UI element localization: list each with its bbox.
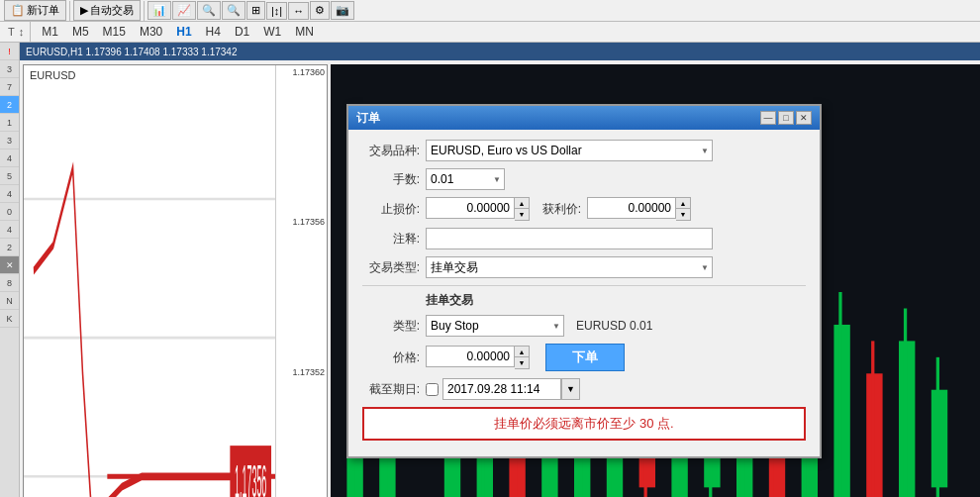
tf-mn[interactable]: MN	[290, 24, 319, 40]
new-order-button[interactable]: 📋 新订单	[4, 0, 66, 21]
sidebar-item-7[interactable]: 4	[0, 149, 19, 167]
expiry-label: 截至期日:	[362, 381, 420, 398]
sidebar-item-10[interactable]: 0	[0, 203, 19, 221]
main-content: ! 3 7 2 1 3 4 5 4 0 4 2 ✕ 8 N K EURUSD,H…	[0, 43, 980, 497]
error-message-box: 挂单价必须远离市价至少 30 点.	[362, 407, 806, 441]
left-sidebar: ! 3 7 2 1 3 4 5 4 0 4 2 ✕ 8 N K	[0, 43, 20, 497]
tf-w1[interactable]: W1	[258, 24, 286, 40]
expiry-dropdown-button[interactable]: ▼	[561, 378, 580, 400]
price-spin: ▲ ▼	[515, 346, 530, 369]
toolbar: 📋 新订单 ▶ 自动交易 📊 📈 🔍 🔍 ⊞ |↕| ↔ ⚙ 📷	[0, 0, 980, 22]
stoploss-wrap: ▲ ▼	[426, 197, 530, 221]
sl-tp-row: 止损价: ▲ ▼ 获利价: ▲	[362, 197, 806, 221]
dialog-restore-button[interactable]: □	[778, 111, 794, 125]
comment-label: 注释:	[362, 231, 420, 248]
scroll-button[interactable]: ↔	[288, 2, 309, 20]
takeprofit-up[interactable]: ▲	[676, 198, 690, 209]
takeprofit-wrap: ▲ ▼	[587, 197, 691, 221]
lots-row: 手数: 0.01	[362, 168, 806, 190]
sidebar-item-4[interactable]: 2	[0, 96, 19, 114]
comment-input[interactable]	[426, 228, 713, 249]
takeprofit-down[interactable]: ▼	[676, 209, 690, 220]
dialog-minimize-button[interactable]: —	[760, 111, 776, 125]
tf-m30[interactable]: M30	[135, 24, 167, 40]
order-type-row: 交易类型: 挂单交易	[362, 256, 806, 278]
tf-d1[interactable]: D1	[230, 24, 254, 40]
zoom-out-button[interactable]: 🔍	[222, 1, 245, 20]
mini-chart-svg: 1.17356 1.17335	[24, 65, 275, 497]
expiry-checkbox[interactable]	[426, 383, 439, 396]
sidebar-item-13[interactable]: ✕	[0, 256, 19, 274]
period-sep-button[interactable]: |↕|	[266, 2, 287, 20]
place-order-button[interactable]: 下单	[545, 344, 625, 371]
chart-scale: 1.17360 1.17356 1.17352 1.17349 1.17345 …	[275, 65, 327, 497]
sidebar-item-16[interactable]: K	[0, 310, 19, 328]
lots-select[interactable]: 0.01	[426, 168, 505, 190]
symbol-select-wrap: EURUSD, Euro vs US Dollar	[426, 140, 713, 161]
tf-m5[interactable]: M5	[67, 24, 94, 40]
type-label: 类型:	[362, 318, 420, 335]
type-tag: EURUSD 0.01	[576, 319, 652, 333]
sidebar-item-3[interactable]: 7	[0, 78, 19, 96]
tf-sep	[30, 22, 31, 42]
takeprofit-input[interactable]	[587, 197, 676, 219]
auto-trade-button[interactable]: ▶ 自动交易	[73, 0, 141, 21]
tf-h1[interactable]: H1	[171, 24, 196, 40]
dialog-titlebar: 订单 — □ ✕	[348, 106, 820, 130]
chart-type-button[interactable]: 📊	[147, 1, 171, 20]
sidebar-item-2[interactable]: 3	[0, 60, 19, 78]
type-select[interactable]: Buy Stop	[426, 315, 564, 337]
zoom-in-button[interactable]: 🔍	[197, 1, 221, 20]
order-type-select[interactable]: 挂单交易	[426, 256, 713, 278]
takeprofit-spin: ▲ ▼	[676, 197, 691, 221]
stoploss-input[interactable]	[426, 197, 515, 219]
svg-rect-0	[24, 65, 275, 497]
symbol-label: 交易品种:	[362, 143, 420, 159]
chart-title-bar: EURUSD,H1 1.17396 1.17408 1.17333 1.1734…	[20, 43, 980, 60]
tf-m1[interactable]: M1	[37, 24, 63, 40]
tf-h4[interactable]: H4	[201, 24, 226, 40]
sidebar-item-14[interactable]: 8	[0, 274, 19, 292]
svg-text:1.17356: 1.17356	[235, 455, 266, 497]
dialog-body: 交易品种: EURUSD, Euro vs US Dollar 手数: 0.	[348, 130, 820, 456]
chart-area: EURUSD,H1 1.17396 1.17408 1.17333 1.1734…	[20, 43, 980, 497]
new-order-icon: 📋	[11, 4, 25, 17]
takeprofit-label: 获利价:	[536, 201, 581, 218]
price-row: 价格: ▲ ▼ 下单	[362, 344, 806, 371]
mini-chart-panel: EURUSD	[23, 64, 328, 497]
toolbar-sep-2	[144, 1, 145, 21]
symbol-select[interactable]: EURUSD, Euro vs US Dollar	[426, 140, 713, 161]
expiry-datetime-input[interactable]	[442, 378, 561, 400]
dialog-close-button[interactable]: ✕	[796, 111, 812, 125]
sidebar-item-12[interactable]: 2	[0, 239, 19, 256]
section-header: 挂单交易	[426, 292, 806, 309]
stoploss-up[interactable]: ▲	[515, 198, 529, 209]
type-select-wrap: Buy Stop	[426, 315, 564, 337]
dialog-title: 订单	[356, 110, 380, 127]
sidebar-item-5[interactable]: 1	[0, 114, 19, 132]
indicator-button[interactable]: 📈	[172, 1, 196, 20]
lots-label: 手数:	[362, 171, 420, 188]
timeframe-bar: T ↕ M1 M5 M15 M30 H1 H4 D1 W1 MN	[0, 22, 980, 43]
price-down[interactable]: ▼	[515, 357, 529, 368]
tf-m15[interactable]: M15	[98, 24, 131, 40]
price-label: 价格:	[362, 349, 420, 366]
price-wrap: ▲ ▼	[426, 346, 530, 369]
sidebar-item-9[interactable]: 4	[0, 185, 19, 203]
grid-button[interactable]: ⊞	[246, 1, 265, 20]
sidebar-item-11[interactable]: 4	[0, 221, 19, 239]
price-up[interactable]: ▲	[515, 347, 529, 357]
sidebar-item-8[interactable]: 5	[0, 167, 19, 185]
order-type-select-wrap: 挂单交易	[426, 256, 713, 278]
tf-label: T	[8, 26, 15, 38]
screenshot-button[interactable]: 📷	[331, 1, 354, 20]
sidebar-item-1[interactable]: !	[0, 43, 19, 60]
sidebar-item-6[interactable]: 3	[0, 132, 19, 149]
stoploss-down[interactable]: ▼	[515, 209, 529, 220]
price-input[interactable]	[426, 346, 515, 367]
properties-button[interactable]: ⚙	[310, 1, 330, 20]
auto-trade-icon: ▶	[80, 4, 88, 17]
sidebar-item-15[interactable]: N	[0, 292, 19, 310]
app-window: 📋 新订单 ▶ 自动交易 📊 📈 🔍 🔍 ⊞ |↕| ↔ ⚙ 📷 T ↕ M1 …	[0, 0, 980, 497]
symbol-row: 交易品种: EURUSD, Euro vs US Dollar	[362, 140, 806, 161]
